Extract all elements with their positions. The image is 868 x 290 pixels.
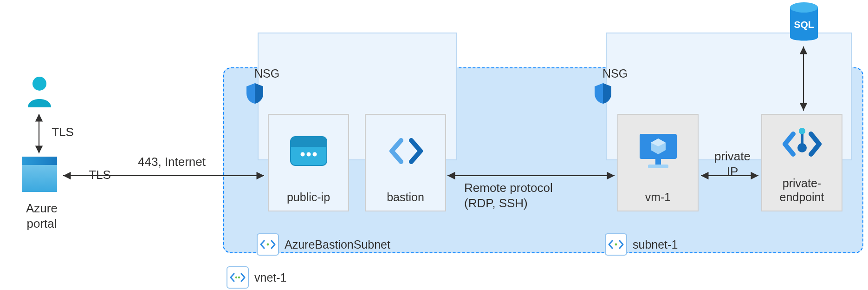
diagram-canvas: { "user": { "label_tls_vertical": "TLS" …	[0, 0, 868, 290]
edge-tls: TLS	[86, 167, 114, 183]
edge-remote-protocol: Remote protocol (RDP, SSH)	[464, 180, 585, 211]
edge-private-ip: private IP	[707, 149, 758, 179]
edge-user-tls: TLS	[49, 125, 77, 140]
edge-443: 443, Internet	[125, 154, 218, 170]
connectors	[0, 0, 868, 290]
